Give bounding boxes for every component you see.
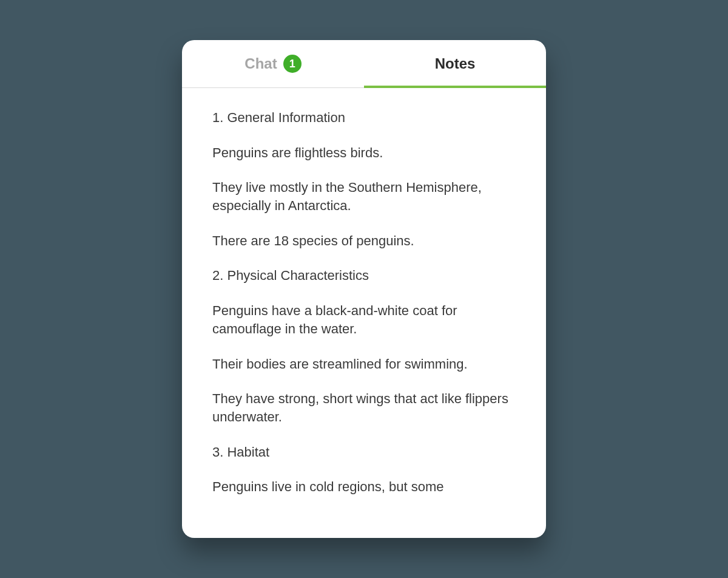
notes-line: 1. General Information: [212, 109, 516, 127]
notes-line: Penguins are flightless birds.: [212, 144, 516, 162]
chat-unread-badge: 1: [283, 55, 302, 73]
notes-line: 2. Physical Characteristics: [212, 267, 516, 285]
notes-line: 3. Habitat: [212, 443, 516, 461]
notes-line: They live mostly in the Southern Hemisph…: [212, 178, 516, 214]
notes-line: There are 18 species of penguins.: [212, 232, 516, 250]
tab-chat-label: Chat: [244, 55, 277, 72]
notes-line: They have strong, short wings that act l…: [212, 390, 516, 426]
notes-line: Their bodies are streamlined for swimmin…: [212, 355, 516, 373]
tab-bar: Chat 1 Notes: [182, 40, 546, 88]
notes-panel: Chat 1 Notes 1. General Information Peng…: [182, 40, 546, 538]
notes-line: Penguins have a black-and-white coat for…: [212, 302, 516, 338]
tab-notes[interactable]: Notes: [364, 40, 546, 87]
tab-notes-label: Notes: [435, 55, 476, 72]
notes-line: Penguins live in cold regions, but some: [212, 478, 516, 496]
tab-chat[interactable]: Chat 1: [182, 40, 364, 87]
notes-content[interactable]: 1. General Information Penguins are flig…: [182, 88, 546, 538]
